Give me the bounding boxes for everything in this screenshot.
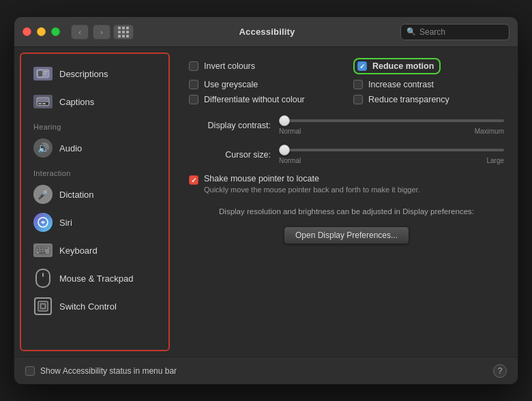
sidebar-item-captions[interactable]: Captions <box>25 88 164 115</box>
differentiate-without-colour-checkbox[interactable] <box>189 95 198 104</box>
svg-rect-14 <box>38 250 40 252</box>
switch-control-icon <box>33 297 53 316</box>
svg-rect-10 <box>38 248 40 250</box>
shake-mouse-text: Shake mouse pointer to locate Quickly mo… <box>204 174 420 195</box>
open-display-preferences-wrapper: Open Display Preferences... <box>189 226 504 244</box>
sidebar-item-dictation[interactable]: 🎤 Dictation <box>25 181 164 208</box>
minimize-button[interactable] <box>37 27 46 36</box>
forward-button[interactable]: › <box>93 25 110 40</box>
cursor-size-slider-container: Normal Large <box>279 145 504 164</box>
differentiate-without-colour-item[interactable]: Differentiate without colour <box>189 95 340 104</box>
mouse-icon <box>33 269 53 288</box>
sidebar-item-siri[interactable]: Siri <box>25 209 164 236</box>
mouse-trackpad-label: Mouse & Trackpad <box>59 273 133 284</box>
svg-rect-15 <box>40 250 42 252</box>
svg-rect-13 <box>46 248 48 250</box>
window-title: Accessibility <box>134 27 400 37</box>
reduce-motion-highlighted: Reduce motion <box>353 58 441 74</box>
open-display-preferences-button[interactable]: Open Display Preferences... <box>284 226 409 244</box>
section-hearing: Hearing <box>21 116 168 134</box>
reduce-transparency-checkbox[interactable] <box>353 95 363 104</box>
shake-mouse-description: Quickly move the mouse pointer back and … <box>204 185 420 195</box>
sidebar-item-descriptions[interactable]: Descriptions <box>25 60 164 87</box>
shake-mouse-title: Shake mouse pointer to locate <box>204 174 420 183</box>
descriptions-label: Descriptions <box>59 69 108 79</box>
reduce-motion-wrapper-outer: Reduce motion <box>353 58 504 74</box>
increase-contrast-item[interactable]: Increase contrast <box>353 80 504 89</box>
show-status-item[interactable]: Show Accessibility status in menu bar <box>25 366 177 376</box>
increase-contrast-checkbox[interactable] <box>353 80 363 89</box>
svg-rect-1 <box>38 71 42 76</box>
use-greyscale-checkbox[interactable] <box>189 80 198 89</box>
siri-icon <box>33 213 53 232</box>
audio-label: Audio <box>59 143 82 153</box>
differentiate-without-colour-label: Differentiate without colour <box>204 95 305 104</box>
close-button[interactable] <box>23 27 31 36</box>
display-contrast-min: Normal <box>279 128 301 135</box>
grid-icon <box>118 27 129 38</box>
traffic-lights <box>23 27 60 36</box>
siri-label: Siri <box>59 218 72 228</box>
svg-rect-12 <box>43 248 45 250</box>
invert-colours-checkbox[interactable] <box>189 61 198 71</box>
svg-rect-7 <box>42 103 46 104</box>
shake-mouse-item: Shake mouse pointer to locate Quickly mo… <box>189 174 504 195</box>
sidebar-item-keyboard[interactable]: Keyboard <box>25 237 164 264</box>
main-content: Descriptions Captions H <box>14 47 518 357</box>
display-contrast-row: Display contrast: Normal Maximum <box>189 115 504 135</box>
show-status-label: Show Accessibility status in menu bar <box>40 366 177 376</box>
sidebar-item-audio[interactable]: 🔊 Audio <box>25 134 164 162</box>
reduce-motion-checkbox[interactable] <box>357 61 367 71</box>
audio-icon: 🔊 <box>33 138 53 158</box>
right-panel: Invert colours Reduce motion Use greysca… <box>175 47 518 357</box>
reduce-transparency-item[interactable]: Reduce transparency <box>353 95 504 104</box>
bottom-bar: Show Accessibility status in menu bar ? <box>14 357 518 384</box>
sidebar-item-switch-control[interactable]: Switch Control <box>25 293 164 320</box>
svg-rect-6 <box>38 103 42 104</box>
display-contrast-label: Display contrast: <box>189 121 271 130</box>
cursor-size-labels: Normal Large <box>279 157 504 164</box>
invert-colours-label: Invert colours <box>204 61 255 71</box>
reduce-transparency-label: Reduce transparency <box>368 95 449 104</box>
keyboard-label: Keyboard <box>59 246 98 256</box>
fullscreen-button[interactable] <box>51 27 60 36</box>
grid-button[interactable] <box>113 25 134 40</box>
nav-buttons: ‹ › <box>71 25 110 40</box>
titlebar: ‹ › Accessibility 🔍 <box>14 17 518 47</box>
svg-rect-17 <box>39 252 46 254</box>
help-button[interactable]: ? <box>493 364 507 378</box>
search-bar[interactable]: 🔍 <box>400 24 509 40</box>
dictation-label: Dictation <box>59 190 94 200</box>
descriptions-icon <box>33 64 53 83</box>
display-contrast-labels: Normal Maximum <box>279 128 504 135</box>
svg-rect-11 <box>40 248 42 250</box>
section-interaction: Interaction <box>21 162 168 180</box>
cursor-size-label: Cursor size: <box>189 150 271 160</box>
display-contrast-slider-container: Normal Maximum <box>279 115 504 135</box>
dictation-icon: 🎤 <box>33 185 53 204</box>
display-contrast-thumb[interactable] <box>279 115 290 126</box>
sidebar: Descriptions Captions H <box>20 53 170 351</box>
show-status-checkbox[interactable] <box>25 366 35 376</box>
svg-rect-16 <box>43 250 45 252</box>
invert-colours-item[interactable]: Invert colours <box>189 58 340 74</box>
back-button[interactable]: ‹ <box>71 25 89 40</box>
use-greyscale-label: Use greyscale <box>204 80 258 89</box>
search-input[interactable] <box>419 27 503 37</box>
shake-mouse-row: Shake mouse pointer to locate Quickly mo… <box>189 174 504 195</box>
sidebar-item-mouse-trackpad[interactable]: Mouse & Trackpad <box>25 265 164 292</box>
cursor-size-max: Large <box>486 157 504 164</box>
display-contrast-max: Maximum <box>475 128 504 135</box>
display-contrast-track[interactable] <box>279 119 504 122</box>
shake-mouse-checkbox[interactable] <box>189 175 198 185</box>
use-greyscale-item[interactable]: Use greyscale <box>189 80 340 89</box>
reduce-motion-label: Reduce motion <box>372 61 434 71</box>
captions-icon <box>33 92 53 111</box>
search-icon: 🔍 <box>407 27 416 36</box>
increase-contrast-label: Increase contrast <box>368 80 434 89</box>
cursor-size-thumb[interactable] <box>279 145 290 155</box>
cursor-size-track[interactable] <box>279 149 504 151</box>
cursor-size-row: Cursor size: Normal Large <box>189 145 504 164</box>
svg-rect-2 <box>44 71 48 72</box>
svg-rect-3 <box>44 73 46 74</box>
